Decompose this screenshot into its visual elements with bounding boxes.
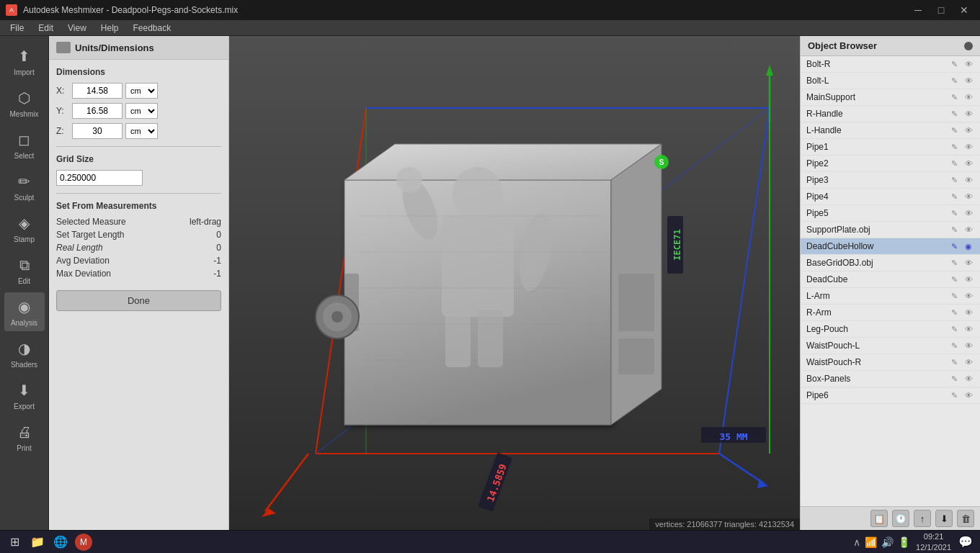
dim-y-unit[interactable]: cmmmin (125, 103, 158, 119)
object-edit-icon[interactable]: ✎ (948, 274, 960, 285)
object-item-6[interactable]: Pipe1✎👁 (801, 139, 980, 156)
object-edit-icon[interactable]: ✎ (948, 290, 960, 302)
object-item-12[interactable]: DeadCubeHollow✎◉ (801, 238, 980, 255)
dim-z-unit[interactable]: cmmmin (125, 123, 158, 139)
object-visibility-icon[interactable]: ◉ (963, 240, 974, 252)
dim-y-input[interactable] (72, 103, 122, 119)
object-edit-icon[interactable]: ✎ (948, 224, 960, 235)
object-edit-icon[interactable]: ✎ (948, 158, 960, 169)
taskbar-browser[interactable]: 🌐 (52, 534, 69, 551)
taskbar-app[interactable]: M (75, 534, 92, 551)
object-visibility-icon[interactable]: 👁 (963, 224, 974, 235)
object-visibility-icon[interactable]: 👁 (963, 207, 974, 219)
maximize-button[interactable]: □ (931, 0, 951, 20)
object-visibility-icon[interactable]: 👁 (963, 390, 974, 401)
object-visibility-icon[interactable]: 👁 (963, 356, 974, 368)
object-edit-icon[interactable]: ✎ (948, 75, 960, 86)
object-edit-icon[interactable]: ✎ (948, 207, 960, 219)
object-visibility-icon[interactable]: 👁 (963, 274, 974, 285)
object-edit-icon[interactable]: ✎ (948, 91, 960, 103)
object-item-14[interactable]: DeadCube✎👁 (801, 271, 980, 288)
object-edit-icon[interactable]: ✎ (948, 340, 960, 351)
menu-feedback[interactable]: Feedback (126, 22, 179, 35)
object-browser-close[interactable] (964, 42, 973, 50)
duplicate-button[interactable]: 📋 (870, 510, 888, 527)
object-edit-icon[interactable]: ✎ (948, 390, 960, 401)
object-item-5[interactable]: L-Handle✎👁 (801, 122, 980, 139)
tool-meshmix[interactable]: ⬡ Meshmix (4, 84, 45, 122)
object-item-17[interactable]: Leg-Pouch✎👁 (801, 321, 980, 338)
export-obj-button[interactable]: ⬇ (935, 510, 953, 527)
object-visibility-icon[interactable]: 👁 (963, 125, 974, 136)
object-item-7[interactable]: Pipe2✎👁 (801, 156, 980, 172)
object-visibility-icon[interactable]: 👁 (963, 373, 974, 385)
object-item-1[interactable]: Bolt-R✎👁 (801, 56, 980, 73)
object-edit-icon[interactable]: ✎ (948, 174, 960, 186)
dim-z-input[interactable] (72, 123, 122, 139)
object-item-18[interactable]: WaistPouch-L✎👁 (801, 338, 980, 354)
object-edit-icon[interactable]: ✎ (948, 257, 960, 269)
object-edit-icon[interactable]: ✎ (948, 108, 960, 120)
object-edit-icon[interactable]: ✎ (948, 191, 960, 202)
grid-size-input[interactable] (56, 170, 143, 186)
delete-button[interactable]: 🗑 (957, 510, 974, 527)
tool-analysis[interactable]: ◉ Analysis (4, 292, 45, 331)
object-edit-icon[interactable]: ✎ (948, 373, 960, 385)
object-visibility-icon[interactable]: 👁 (963, 141, 974, 153)
dim-x-input[interactable] (72, 83, 122, 99)
object-edit-icon[interactable]: ✎ (948, 141, 960, 153)
done-button[interactable]: Done (56, 290, 221, 311)
object-item-16[interactable]: R-Arm✎👁 (801, 305, 980, 321)
object-visibility-icon[interactable]: 👁 (963, 58, 974, 70)
minimize-button[interactable]: ─ (908, 0, 928, 20)
tool-import[interactable]: ⬆ Import (4, 42, 45, 81)
object-item-11[interactable]: SupportPlate.obj✎👁 (801, 222, 980, 238)
menu-file[interactable]: File (3, 22, 31, 35)
close-button[interactable]: ✕ (954, 0, 974, 20)
object-visibility-icon[interactable]: 👁 (963, 323, 974, 335)
object-item-15[interactable]: L-Arm✎👁 (801, 288, 980, 305)
object-item-21[interactable]: Pipe6✎👁 (801, 387, 980, 404)
object-item-10[interactable]: Pipe5✎👁 (801, 205, 980, 222)
tool-select[interactable]: ◻ Select (4, 125, 45, 164)
object-visibility-icon[interactable]: 👁 (963, 191, 974, 202)
taskbar-file-explorer[interactable]: 📁 (29, 534, 46, 551)
object-item-2[interactable]: Bolt-L✎👁 (801, 73, 980, 89)
menu-edit[interactable]: Edit (31, 22, 61, 35)
object-visibility-icon[interactable]: 👁 (963, 257, 974, 269)
tool-export[interactable]: ⬇ Export (4, 376, 45, 415)
object-edit-icon[interactable]: ✎ (948, 307, 960, 318)
tool-print[interactable]: 🖨 Print (4, 418, 45, 457)
object-item-19[interactable]: WaistPouch-R✎👁 (801, 354, 980, 371)
object-item-20[interactable]: Box-Panels✎👁 (801, 371, 980, 387)
taskbar-volume-icon[interactable]: 🔊 (881, 536, 894, 548)
dim-x-unit[interactable]: cmmmin (125, 83, 158, 99)
object-visibility-icon[interactable]: 👁 (963, 290, 974, 302)
menu-view[interactable]: View (61, 22, 94, 35)
tool-edit[interactable]: ⧉ Edit (4, 251, 45, 289)
taskbar-clock[interactable]: 09:21 12/1/2021 (916, 531, 951, 552)
object-item-13[interactable]: BaseGridOBJ.obj✎👁 (801, 255, 980, 271)
object-edit-icon[interactable]: ✎ (948, 323, 960, 335)
object-edit-icon[interactable]: ✎ (948, 240, 960, 252)
object-edit-icon[interactable]: ✎ (948, 356, 960, 368)
merge-button[interactable]: ↑ (914, 510, 931, 527)
object-item-4[interactable]: R-Handle✎👁 (801, 106, 980, 122)
history-button[interactable]: 🕐 (892, 510, 909, 527)
object-visibility-icon[interactable]: 👁 (963, 75, 974, 86)
viewport[interactable]: 14.5859 35 MM IECE71 S (229, 36, 800, 530)
taskbar-notification[interactable]: 💬 (957, 534, 974, 551)
object-visibility-icon[interactable]: 👁 (963, 174, 974, 186)
object-visibility-icon[interactable]: 👁 (963, 108, 974, 120)
object-edit-icon[interactable]: ✎ (948, 125, 960, 136)
object-item-3[interactable]: MainSupport✎👁 (801, 89, 980, 106)
object-visibility-icon[interactable]: 👁 (963, 340, 974, 351)
menu-help[interactable]: Help (94, 22, 126, 35)
object-item-8[interactable]: Pipe3✎👁 (801, 172, 980, 189)
object-visibility-icon[interactable]: 👁 (963, 307, 974, 318)
tool-shaders[interactable]: ◑ Shaders (4, 334, 45, 373)
tool-sculpt[interactable]: ✏ Sculpt (4, 167, 45, 206)
start-button[interactable]: ⊞ (6, 534, 23, 551)
object-visibility-icon[interactable]: 👁 (963, 158, 974, 169)
object-edit-icon[interactable]: ✎ (948, 58, 960, 70)
